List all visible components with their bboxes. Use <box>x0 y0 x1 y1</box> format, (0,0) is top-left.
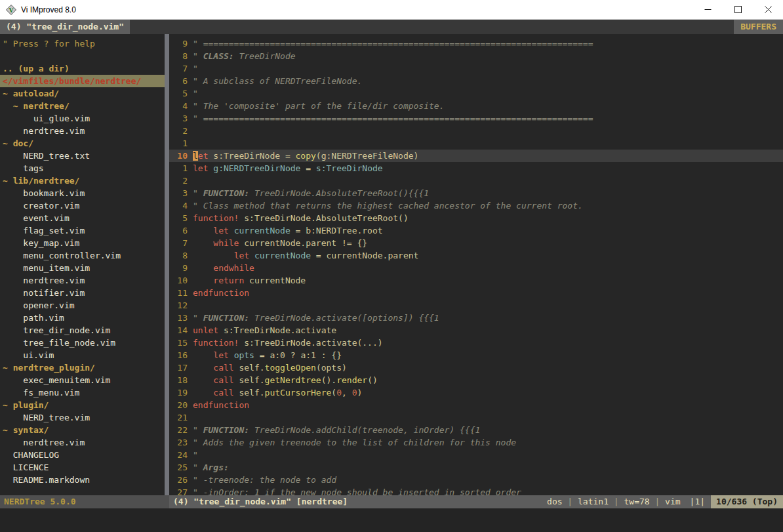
nerdtree-file-item[interactable]: flag_set.vim <box>0 224 165 237</box>
code-line[interactable]: 5" <box>169 87 783 100</box>
code-line[interactable]: 3" FUNCTION: TreeDirNode.AbsoluteTreeRoo… <box>169 187 783 199</box>
line-number: 6 <box>172 75 188 87</box>
code-line[interactable]: 8 let currentNode = currentNode.parent <box>169 249 783 262</box>
line-number: 16 <box>172 349 188 361</box>
nerdtree-file-item[interactable]: creator.vim <box>0 199 165 212</box>
code-line[interactable]: 9" =====================================… <box>169 37 783 50</box>
code-text: let s:TreeDirNode = copy(g:NERDTreeFileN… <box>193 150 783 162</box>
nerdtree-file-item[interactable]: nerdtree.vim <box>0 436 165 449</box>
code-line[interactable]: 2 <box>169 174 783 187</box>
nerdtree-dir-item[interactable]: ~ lib/nerdtree/ <box>0 174 165 187</box>
code-token: " A subclass of NERDTreeFileNode. <box>193 76 362 86</box>
code-line[interactable]: 25" Args: <box>169 461 783 474</box>
close-button[interactable] <box>753 0 783 19</box>
maximize-button[interactable] <box>723 0 753 19</box>
nerdtree-file-item[interactable]: tags <box>0 162 165 174</box>
code-line[interactable]: 17 call self.toggleOpen(opts) <box>169 361 783 374</box>
code-line[interactable]: 19 call self.putCursorHere(0, 0) <box>169 386 783 399</box>
code-line[interactable]: 4" Class method that returns the highest… <box>169 199 783 212</box>
line-number: 24 <box>172 449 188 461</box>
code-line[interactable]: 16 let opts = a:0 ? a:1 : {} <box>169 349 783 361</box>
code-token: function! <box>193 213 239 223</box>
code-line[interactable]: 5function! s:TreeDirNode.AbsoluteTreeRoo… <box>169 212 783 224</box>
code-line[interactable]: 10 return currentNode <box>169 274 783 287</box>
code-token: " ======================================… <box>193 113 593 123</box>
nerdtree-file-item[interactable]: ui.vim <box>0 349 165 361</box>
nerdtree-file-item[interactable]: opener.vim <box>0 299 165 312</box>
window-separator[interactable] <box>165 34 169 495</box>
nerdtree-file-item[interactable]: event.vim <box>0 212 165 224</box>
code-token: render <box>336 375 367 385</box>
line-number: 2 <box>172 174 188 187</box>
code-line[interactable]: 6" A subclass of NERDTreeFileNode. <box>169 75 783 87</box>
nerdtree-dir-item[interactable]: ~ nerdtree_plugin/ <box>0 361 165 374</box>
code-line-current[interactable]: 10let s:TreeDirNode = copy(g:NERDTreeFil… <box>169 150 783 162</box>
code-line[interactable]: 11endfunction <box>169 287 783 299</box>
nerdtree-dir-item[interactable]: ~ doc/ <box>0 137 165 150</box>
editor-pane[interactable]: 9" =====================================… <box>169 34 783 495</box>
nerdtree-up-line[interactable]: .. (up a dir) <box>0 62 165 75</box>
code-line[interactable]: 12 <box>169 299 783 312</box>
command-line[interactable] <box>0 508 783 532</box>
nerdtree-file-item[interactable]: notifier.vim <box>0 287 165 299</box>
nerdtree-file-item[interactable]: menu_item.vim <box>0 262 165 274</box>
nerdtree-file-item[interactable]: tree_dir_node.vim <box>0 324 165 337</box>
code-text: return currentNode <box>193 274 783 287</box>
nerdtree-file-item[interactable]: LICENCE <box>0 461 165 474</box>
nerdtree-file-item[interactable]: NERD_tree.txt <box>0 150 165 162</box>
code-token <box>193 251 234 260</box>
code-line[interactable]: 6 let currentNode = b:NERDTree.root <box>169 224 783 237</box>
nerdtree-file-item[interactable]: nerdtree.vim <box>0 274 165 287</box>
code-line[interactable]: 2 <box>169 125 783 137</box>
nerdtree-file-item[interactable]: README.markdown <box>0 474 165 486</box>
code-line[interactable]: 1let g:NERDTreeDirNode = s:TreeDirNode <box>169 162 783 174</box>
code-line[interactable]: 9 endwhile <box>169 262 783 274</box>
nerdtree-dir-item[interactable]: ~ nerdtree/ <box>0 100 165 112</box>
buffers-label[interactable]: BUFFERS <box>734 20 783 34</box>
nerdtree-file-item[interactable]: NERD_tree.vim <box>0 411 165 424</box>
code-line[interactable]: 20endfunction <box>169 399 783 411</box>
nerdtree-dir-item[interactable]: ~ syntax/ <box>0 424 165 436</box>
nerdtree-help-line[interactable]: " Press ? for help <box>0 37 165 50</box>
code-line[interactable]: 4" The 'composite' part of the file/dir … <box>169 100 783 112</box>
nerdtree-file-item[interactable]: menu_controller.vim <box>0 249 165 262</box>
nerdtree-file-item[interactable]: path.vim <box>0 312 165 324</box>
code-line[interactable]: 24" <box>169 449 783 461</box>
nerdtree-file-item[interactable]: exec_menuitem.vim <box>0 374 165 386</box>
nerdtree-file-item[interactable]: fs_menu.vim <box>0 386 165 399</box>
code-line[interactable]: 26" -treenode: the node to add <box>169 474 783 486</box>
nerdtree-dir-item[interactable]: ~ plugin/ <box>0 399 165 411</box>
minimize-button[interactable] <box>693 0 723 19</box>
nerdtree-file-item[interactable]: key_map.vim <box>0 237 165 249</box>
code-token <box>193 226 213 235</box>
nerdtree-file-item[interactable]: nerdtree.vim <box>0 125 165 137</box>
code-line[interactable]: 14unlet s:TreeDirNode.activate <box>169 324 783 337</box>
code-line[interactable]: 27" -inOrder: 1 if the new node should b… <box>169 486 783 495</box>
code-line[interactable]: 21 <box>169 411 783 424</box>
code-line[interactable]: 7" <box>169 62 783 75</box>
nerdtree-statusline: NERDTree 5.0.0 <box>0 495 169 508</box>
nerdtree-dir-item[interactable]: ~ autoload/ <box>0 87 165 100</box>
nerdtree-root-line[interactable]: </vimfiles/bundle/nerdtree/ <box>0 75 165 87</box>
code-line[interactable]: 15function! s:TreeDirNode.activate(...) <box>169 337 783 349</box>
code-line[interactable]: 3" =====================================… <box>169 112 783 125</box>
code-line[interactable]: 23" Adds the given treenode to the list … <box>169 436 783 449</box>
nerdtree-panel: " Press ? for help.. (up a dir)</vimfile… <box>0 34 165 495</box>
nerdtree-file-item[interactable]: ui_glue.vim <box>0 112 165 125</box>
code-line[interactable]: 13" FUNCTION: TreeDirNode.activate([opti… <box>169 312 783 324</box>
nerdtree-file-item[interactable]: CHANGELOG <box>0 449 165 461</box>
code-line[interactable]: 1 <box>169 137 783 150</box>
code-text: let currentNode = currentNode.parent <box>193 249 783 262</box>
code-line[interactable]: 18 call self.getNerdtree().render() <box>169 374 783 386</box>
code-text: " Class method that returns the highest … <box>193 199 783 212</box>
nerdtree-file-item[interactable]: tree_file_node.vim <box>0 337 165 349</box>
code-token: self. <box>234 363 265 373</box>
code-token: currentNode <box>244 276 306 285</box>
code-line[interactable]: 22" FUNCTION: TreeDirNode.addChild(treen… <box>169 424 783 436</box>
code-text: " CLASS: TreeDirNode <box>193 50 783 62</box>
code-token <box>193 276 213 285</box>
buffer-tab[interactable]: (4) "tree_dir_node.vim" <box>0 20 130 34</box>
nerdtree-file-item[interactable]: bookmark.vim <box>0 187 165 199</box>
code-line[interactable]: 8" CLASS: TreeDirNode <box>169 50 783 62</box>
code-line[interactable]: 7 while currentNode.parent != {} <box>169 237 783 249</box>
